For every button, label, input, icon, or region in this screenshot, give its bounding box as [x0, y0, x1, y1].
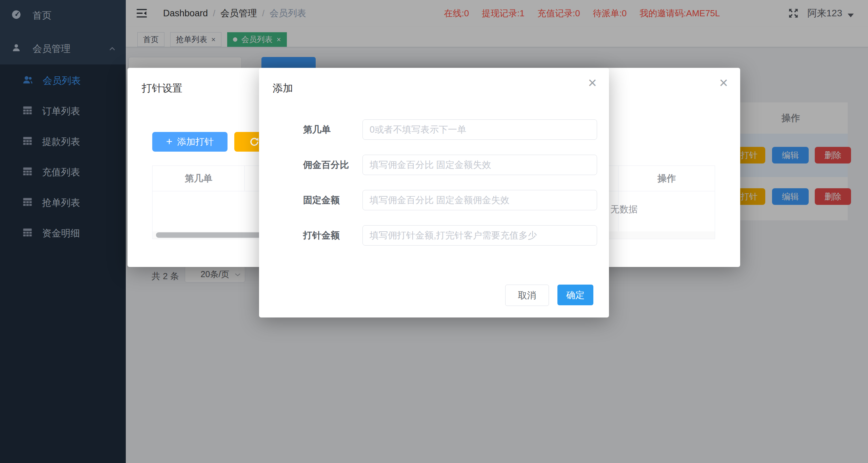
field-label-inject-amount: 打针金额 [303, 225, 340, 246]
refresh-icon [249, 136, 260, 147]
screen: 首页 会员管理 会员列表 订单列表 [0, 0, 868, 463]
fixed-amount-input[interactable] [362, 190, 597, 210]
cancel-button[interactable]: 取消 [505, 285, 549, 306]
empty-data-text: 无数据 [610, 203, 638, 215]
order-column-header: 第几单 [153, 166, 245, 191]
commission-percent-input[interactable] [362, 155, 597, 175]
field-label-commission-percent: 佣金百分比 [303, 155, 349, 175]
close-icon[interactable]: × [588, 75, 597, 90]
field-label-order: 第几单 [303, 119, 331, 140]
confirm-button[interactable]: 确定 [557, 285, 593, 305]
plus-icon: + [166, 136, 173, 147]
add-inject-button[interactable]: + 添加打针 [152, 132, 228, 152]
inject-amount-input[interactable] [362, 225, 597, 246]
dialog-title: 添加 [273, 81, 293, 95]
dialog-title: 打针设置 [142, 81, 182, 95]
add-inject-label: 添加打针 [177, 136, 214, 148]
add-dialog: 添加 × 第几单 佣金百分比 固定金额 打针金额 取消 确定 [259, 68, 609, 317]
order-number-input[interactable] [362, 119, 597, 140]
op-column-header: 操作 [618, 166, 715, 191]
close-icon[interactable]: × [719, 75, 728, 90]
field-label-fixed-amount: 固定金额 [303, 190, 340, 210]
